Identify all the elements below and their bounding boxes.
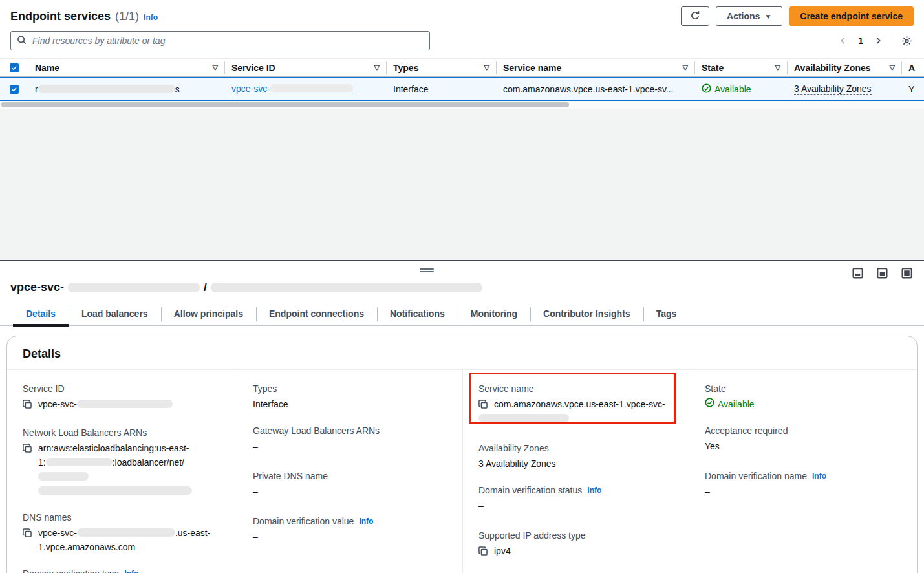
content-background — [0, 109, 924, 260]
panel-size-medium-icon[interactable] — [876, 266, 889, 280]
column-header-state[interactable]: State ▽ — [695, 61, 788, 74]
redacted-text — [77, 528, 175, 537]
field-domain-verification-value: Domain verification value Info – — [253, 514, 447, 544]
page-title: Endpoint services — [10, 10, 111, 23]
details-heading: Details — [23, 347, 901, 361]
availability-zones-popover[interactable]: 3 Availability Zones — [794, 83, 872, 95]
refresh-button[interactable] — [681, 6, 709, 26]
info-link[interactable]: Info — [587, 483, 601, 497]
tab-details[interactable]: Details — [13, 303, 69, 325]
field-availability-zones: Availability Zones 3 Availability Zones — [478, 441, 673, 471]
scrollbar-thumb[interactable] — [1, 102, 569, 107]
details-column-1: Service ID vpce-svc- Network Load Balanc… — [7, 370, 237, 573]
row-checkbox[interactable] — [10, 85, 19, 94]
redacted-text — [211, 283, 482, 292]
table-header-row: Name ▽ Service ID ▽ Types ▽ Service name… — [0, 59, 924, 77]
column-header-service-name[interactable]: Service name ▽ — [497, 61, 695, 74]
redacted-text — [478, 414, 569, 422]
redacted-text — [38, 472, 89, 481]
column-header-types[interactable]: Types ▽ — [387, 61, 497, 74]
copy-icon[interactable] — [23, 399, 32, 413]
toolbar-divider — [892, 32, 892, 49]
actions-label: Actions — [727, 11, 760, 21]
details-card: Details Service ID vpce-svc- — [6, 336, 918, 573]
redacted-text — [270, 84, 353, 92]
table-row[interactable]: r s vpce-svc- Interface com.amazonaws.vp… — [0, 77, 924, 101]
detail-split-panel: vpce-svc- / Details Load balancers Allow… — [0, 260, 924, 573]
actions-button[interactable]: Actions ▼ — [716, 6, 782, 26]
check-circle-icon — [705, 397, 714, 411]
info-link[interactable]: Info — [124, 567, 138, 573]
field-service-id: Service ID vpce-svc- — [23, 382, 221, 413]
refresh-icon — [690, 10, 700, 23]
info-link[interactable]: Info — [359, 514, 373, 528]
column-header-name[interactable]: Name ▽ — [28, 61, 225, 74]
horizontal-scrollbar[interactable] — [0, 101, 924, 109]
filter-icon[interactable]: ▽ — [213, 63, 218, 72]
copy-icon[interactable] — [23, 528, 32, 542]
tab-endpoint-connections[interactable]: Endpoint connections — [256, 303, 377, 325]
copy-icon[interactable] — [478, 546, 488, 560]
service-id-cell: vpce-svc- — [225, 83, 387, 94]
state-cell: Available — [695, 83, 788, 95]
field-dns-names: DNS names vpce-svc-.us-east- 1.vpce.amaz… — [23, 510, 221, 554]
filter-icon[interactable]: ▽ — [890, 63, 895, 72]
panel-title: vpce-svc- / — [0, 261, 924, 294]
tab-tags[interactable]: Tags — [643, 303, 690, 325]
page-header: Endpoint services (1/1) Info Actions ▼ C… — [0, 0, 924, 30]
field-domain-verification-status: Domain verification status Info – — [478, 483, 673, 513]
copy-icon[interactable] — [478, 399, 488, 413]
field-types: Types Interface — [253, 382, 447, 411]
info-link[interactable]: Info — [812, 469, 826, 483]
field-supported-ip-type: Supported IP address type ipv4 — [478, 528, 673, 560]
panel-tabs: Details Load balancers Allow principals … — [0, 303, 924, 326]
field-private-dns-name: Private DNS name – — [253, 469, 447, 499]
field-acceptance-required: Acceptance required Yes — [705, 424, 901, 453]
copy-icon[interactable] — [23, 443, 32, 457]
previous-page-button[interactable] — [837, 35, 849, 47]
filter-icon[interactable]: ▽ — [374, 63, 380, 72]
settings-gear-icon[interactable] — [900, 34, 914, 48]
field-glb-arns: Gateway Load Balancers ARNs – — [253, 424, 447, 453]
panel-resize-handle[interactable] — [420, 267, 434, 274]
panel-size-small-icon[interactable] — [851, 266, 865, 280]
endpoint-services-page: Endpoint services (1/1) Info Actions ▼ C… — [0, 0, 924, 573]
panel-size-large-icon[interactable] — [900, 266, 914, 280]
column-header-service-id[interactable]: Service ID ▽ — [225, 61, 387, 74]
service-id-link[interactable]: vpce-svc- — [231, 83, 353, 94]
select-all-checkbox[interactable] — [10, 63, 19, 72]
details-column-3: Service name com.amazonaws.vpce.us-east-… — [463, 370, 689, 573]
tab-monitoring[interactable]: Monitoring — [458, 303, 530, 325]
column-header-acceptance[interactable]: A — [902, 61, 924, 74]
column-header-availability-zones[interactable]: Availability Zones ▽ — [788, 61, 902, 74]
info-link[interactable]: Info — [144, 13, 158, 22]
caret-down-icon: ▼ — [764, 13, 772, 20]
create-label: Create endpoint service — [800, 11, 903, 21]
tab-load-balancers[interactable]: Load balancers — [69, 303, 161, 325]
tab-contributor-insights[interactable]: Contributor Insights — [530, 303, 643, 325]
acceptance-cell: Y — [902, 84, 924, 94]
details-column-2: Types Interface Gateway Load Balancers A… — [237, 370, 463, 573]
redacted-text — [38, 486, 192, 495]
field-domain-verification-name: Domain verification name Info – — [705, 469, 901, 499]
search-box[interactable] — [10, 31, 430, 50]
next-page-button[interactable] — [872, 35, 884, 47]
field-state: State Available — [705, 382, 901, 411]
create-endpoint-service-button[interactable]: Create endpoint service — [789, 6, 914, 26]
search-icon — [17, 35, 27, 47]
field-domain-verification-type: Domain verification type Info – — [23, 567, 221, 573]
check-circle-icon — [702, 83, 711, 95]
endpoint-services-table: Name ▽ Service ID ▽ Types ▽ Service name… — [0, 58, 924, 109]
name-cell: r s — [28, 84, 225, 94]
search-input[interactable] — [31, 35, 424, 47]
tab-notifications[interactable]: Notifications — [377, 303, 458, 325]
resource-count: (1/1) — [115, 10, 139, 23]
tab-allow-principals[interactable]: Allow principals — [161, 303, 256, 325]
filter-icon[interactable]: ▽ — [484, 63, 489, 72]
field-nlb-arns: Network Load Balancers ARNs arn:aws:elas… — [23, 426, 221, 498]
page-number[interactable]: 1 — [857, 36, 865, 46]
availability-zones-popover[interactable]: 3 Availability Zones — [478, 459, 556, 470]
types-cell: Interface — [387, 84, 497, 94]
filter-icon[interactable]: ▽ — [775, 63, 780, 72]
filter-icon[interactable]: ▽ — [683, 63, 688, 72]
